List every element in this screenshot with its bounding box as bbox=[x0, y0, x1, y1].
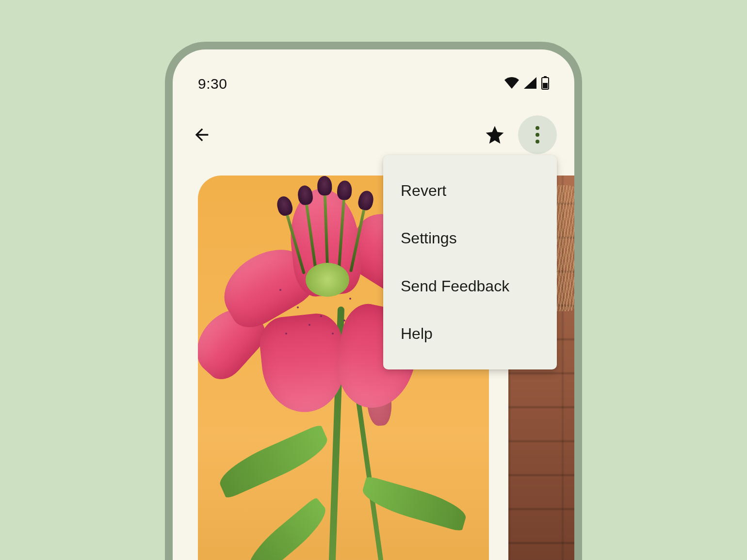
menu-item-revert[interactable]: Revert bbox=[383, 167, 557, 214]
status-icons bbox=[504, 76, 549, 92]
favorite-button[interactable] bbox=[483, 123, 506, 146]
app-bar bbox=[173, 98, 574, 164]
status-bar: 9:30 bbox=[173, 49, 574, 98]
menu-item-send-feedback[interactable]: Send Feedback bbox=[383, 262, 557, 310]
signal-icon bbox=[524, 77, 536, 91]
menu-item-help[interactable]: Help bbox=[383, 310, 557, 357]
svg-point-4 bbox=[536, 133, 539, 137]
screen: 9:30 bbox=[173, 49, 574, 560]
menu-item-settings[interactable]: Settings bbox=[383, 214, 557, 262]
more-button[interactable] bbox=[518, 115, 557, 154]
svg-point-5 bbox=[536, 140, 539, 144]
star-icon bbox=[484, 124, 505, 145]
status-time: 9:30 bbox=[198, 76, 227, 92]
device-frame: 9:30 bbox=[165, 42, 582, 560]
wifi-icon bbox=[504, 77, 519, 91]
overflow-menu: Revert Settings Send Feedback Help bbox=[383, 155, 557, 369]
svg-rect-2 bbox=[543, 83, 548, 88]
arrow-back-icon bbox=[192, 125, 211, 144]
back-button[interactable] bbox=[190, 123, 213, 146]
battery-icon bbox=[541, 76, 549, 92]
more-vert-icon bbox=[536, 126, 539, 144]
svg-point-3 bbox=[536, 126, 539, 130]
